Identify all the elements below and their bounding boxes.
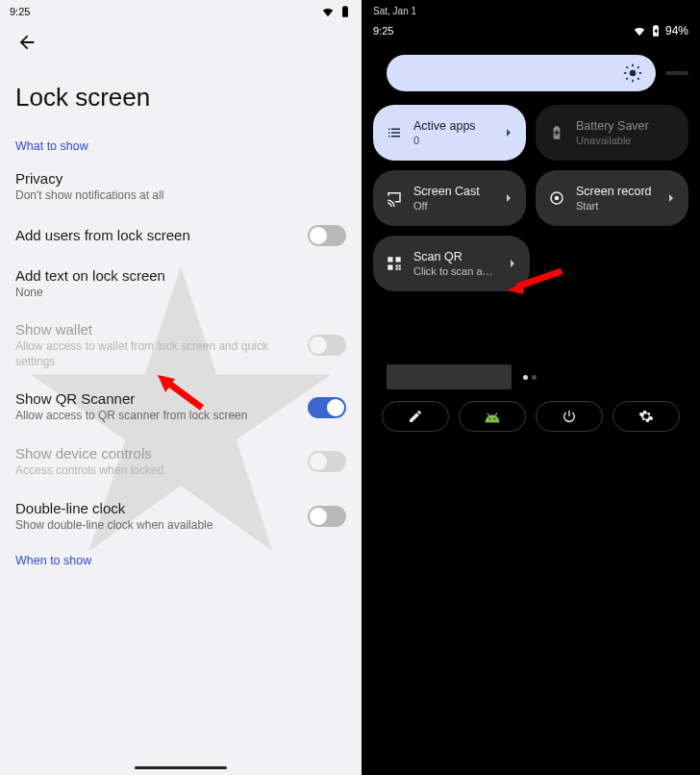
svg-rect-16: [396, 265, 398, 267]
setting-subtitle: Allow access to QR scanner from lock scr…: [15, 409, 296, 424]
svg-rect-14: [396, 257, 401, 262]
setting-subtitle: Show double-line clock when available: [15, 518, 296, 534]
svg-point-2: [630, 70, 637, 77]
tile-title: Battery Saver: [576, 119, 679, 135]
svg-line-7: [626, 66, 628, 68]
setting-title: Show device controls: [15, 445, 296, 462]
setting-add-text[interactable]: Add text on lock screen None: [0, 258, 362, 312]
settings-button[interactable]: [612, 401, 680, 432]
tile-subtitle: Off: [413, 200, 491, 212]
power-icon: [562, 409, 577, 424]
record-icon: [547, 188, 566, 208]
svg-point-21: [489, 418, 491, 420]
page-dot[interactable]: [532, 375, 537, 380]
power-button[interactable]: [536, 401, 603, 432]
tile-subtitle: Unavailable: [576, 135, 679, 146]
setting-add-users[interactable]: Add users from lock screen: [0, 215, 362, 258]
page-dots: [523, 375, 537, 380]
tile-title: Active apps: [413, 119, 491, 135]
qr-icon: [385, 254, 404, 273]
battery-percentage: 94%: [665, 24, 688, 38]
toggle-device-controls: [308, 451, 346, 472]
qs-footer-buttons: [362, 389, 700, 443]
setting-title: Add users from lock screen: [15, 227, 296, 243]
svg-point-22: [494, 418, 496, 420]
setting-title: Show wallet: [15, 321, 296, 338]
pencil-icon: [408, 409, 423, 424]
status-time-right: 9:25: [373, 25, 633, 37]
tile-active-apps[interactable]: Active apps 0: [373, 105, 526, 161]
setting-privacy[interactable]: Privacy Don't show notifications at all: [0, 161, 362, 215]
section-when-to-show: When to show: [0, 544, 362, 575]
section-what-to-show: What to show: [0, 130, 362, 161]
svg-line-10: [638, 66, 639, 68]
setting-show-qr-scanner[interactable]: Show QR Scanner Allow access to QR scann…: [0, 381, 362, 436]
chevron-right-icon: [501, 190, 516, 206]
setting-title: Show QR Scanner: [15, 390, 296, 407]
wifi-icon: [321, 5, 335, 18]
battery-icon: [338, 5, 352, 18]
svg-rect-15: [388, 265, 392, 270]
tile-screen-cast[interactable]: Screen Cast Off: [373, 170, 526, 226]
page-title: Lock screen: [0, 56, 362, 130]
tile-scan-qr[interactable]: Scan QR Click to scan a QR code: [373, 236, 530, 291]
settings-lock-screen-panel: 9:25 Lock screen What to show Privacy Do…: [0, 0, 362, 775]
page-dot[interactable]: [523, 375, 528, 380]
brightness-slider[interactable]: [387, 55, 656, 91]
user-button[interactable]: [459, 401, 526, 432]
status-bar-right: 9:25 94%: [362, 18, 700, 43]
setting-double-line-clock[interactable]: Double-line clock Show double-line clock…: [0, 490, 362, 545]
tile-screen-record[interactable]: Screen record Start: [536, 170, 688, 226]
toggle-add-users[interactable]: [308, 225, 346, 246]
setting-subtitle: Allow access to wallet from lock screen …: [15, 339, 296, 369]
svg-rect-19: [399, 265, 401, 267]
setting-title: Privacy: [15, 170, 346, 187]
setting-subtitle: None: [15, 286, 346, 301]
toggle-double-clock[interactable]: [308, 506, 346, 527]
wifi-icon: [633, 24, 646, 38]
svg-point-12: [555, 196, 560, 201]
svg-line-9: [626, 78, 628, 80]
setting-title: Add text on lock screen: [15, 267, 346, 284]
home-indicator[interactable]: [135, 766, 227, 769]
tile-subtitle: 0: [413, 135, 491, 146]
qs-date: Sat, Jan 1: [362, 0, 700, 18]
brightness-remainder[interactable]: [665, 71, 688, 75]
list-icon: [385, 123, 404, 142]
tile-title: Screen Cast: [413, 185, 491, 200]
media-placeholder[interactable]: [387, 364, 512, 389]
tile-battery-saver[interactable]: Battery Saver Unavailable: [536, 105, 688, 161]
battery-charging-icon: [649, 24, 662, 38]
status-bar-left: 9:25: [0, 0, 362, 23]
svg-rect-17: [399, 268, 401, 270]
svg-rect-18: [396, 268, 398, 270]
chevron-right-icon: [663, 190, 679, 206]
edit-button[interactable]: [382, 401, 449, 432]
svg-rect-13: [388, 257, 392, 262]
gear-icon: [638, 409, 654, 424]
tile-title: Screen record: [576, 185, 654, 200]
quick-settings-panel: Sat, Jan 1 9:25 94%: [362, 0, 700, 775]
media-strip: [387, 364, 688, 389]
svg-line-8: [638, 78, 639, 80]
tile-subtitle: Click to scan a QR code: [413, 265, 495, 277]
qs-tiles: Active apps 0 Battery Saver Unavailable: [362, 99, 700, 297]
setting-subtitle: Access controls when locked: [15, 463, 296, 479]
cast-icon: [385, 188, 404, 208]
brightness-icon: [623, 63, 642, 83]
back-button[interactable]: [13, 29, 40, 56]
arrow-back-icon: [16, 32, 38, 53]
chevron-right-icon: [501, 125, 516, 140]
tile-title: Scan QR: [413, 250, 495, 265]
android-icon: [483, 410, 502, 423]
battery-saver-icon: [547, 123, 566, 142]
setting-device-controls: Show device controls Access controls whe…: [0, 436, 362, 490]
tile-subtitle: Start: [576, 200, 654, 212]
setting-show-wallet: Show wallet Allow access to wallet from …: [0, 312, 362, 381]
setting-subtitle: Don't show notifications at all: [15, 188, 346, 204]
toggle-show-wallet: [308, 335, 346, 356]
brightness-slider-row: [362, 43, 700, 99]
toggle-show-qr[interactable]: [308, 397, 346, 418]
status-time: 9:25: [10, 6, 321, 17]
setting-title: Double-line clock: [15, 500, 296, 516]
